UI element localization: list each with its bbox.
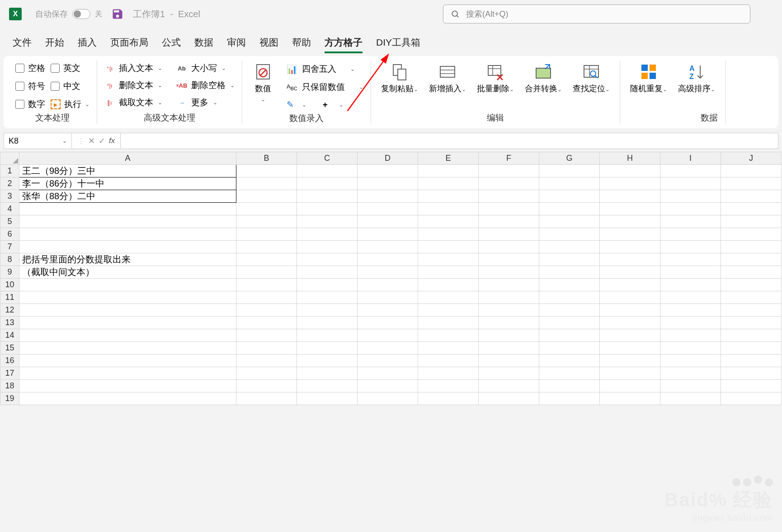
- cell[interactable]: [297, 241, 358, 253]
- cell[interactable]: [539, 241, 600, 253]
- cell[interactable]: [600, 177, 660, 190]
- cell[interactable]: [600, 266, 660, 279]
- tab-review[interactable]: 审阅: [227, 36, 246, 53]
- cell[interactable]: [297, 190, 358, 203]
- cell[interactable]: [358, 215, 418, 228]
- cell[interactable]: [19, 392, 236, 405]
- cell[interactable]: [721, 241, 782, 253]
- cell[interactable]: [600, 241, 660, 253]
- cell[interactable]: [358, 266, 418, 279]
- cell[interactable]: [479, 215, 539, 228]
- cell[interactable]: [721, 291, 782, 304]
- cell[interactable]: [721, 165, 782, 177]
- cell[interactable]: [539, 355, 600, 367]
- cell[interactable]: [721, 367, 782, 380]
- btn-batch-delete[interactable]: 批量删除⌄: [474, 61, 517, 96]
- tab-insert[interactable]: 插入: [78, 36, 97, 53]
- row-header[interactable]: 18: [0, 380, 19, 392]
- cell[interactable]: [418, 203, 479, 215]
- cell[interactable]: [358, 279, 418, 291]
- cell[interactable]: [297, 342, 358, 355]
- cell[interactable]: [721, 279, 782, 291]
- cmd-more[interactable]: →更多⌄: [177, 97, 235, 108]
- cell[interactable]: [358, 291, 418, 304]
- row-header[interactable]: 5: [0, 215, 19, 228]
- cell[interactable]: [418, 392, 479, 405]
- tab-formulas[interactable]: 公式: [162, 36, 181, 53]
- cell[interactable]: [297, 279, 358, 291]
- cell[interactable]: [660, 329, 721, 342]
- cell[interactable]: [660, 266, 721, 279]
- btn-new-insert[interactable]: 新增插入⌄: [426, 61, 469, 96]
- cell[interactable]: [297, 367, 358, 380]
- cell[interactable]: [418, 342, 479, 355]
- cell[interactable]: [539, 190, 600, 203]
- cell[interactable]: [721, 203, 782, 215]
- cell[interactable]: [479, 291, 539, 304]
- tab-home[interactable]: 开始: [45, 36, 64, 53]
- cell[interactable]: [418, 304, 479, 317]
- cell[interactable]: [479, 304, 539, 317]
- cell[interactable]: [660, 380, 721, 392]
- cell[interactable]: [660, 215, 721, 228]
- cell[interactable]: [479, 266, 539, 279]
- cell[interactable]: [236, 355, 297, 367]
- cell[interactable]: [418, 177, 479, 190]
- save-icon[interactable]: [111, 8, 124, 20]
- cell[interactable]: [660, 304, 721, 317]
- row-header[interactable]: 6: [0, 228, 19, 241]
- cell[interactable]: 李一（86分）十一中: [19, 177, 236, 190]
- cell[interactable]: 张华（88分）二中: [19, 190, 236, 203]
- chk-space[interactable]: 空格: [15, 62, 45, 74]
- cell[interactable]: [236, 203, 297, 215]
- tab-data[interactable]: 数据: [194, 36, 213, 53]
- cell[interactable]: [600, 279, 660, 291]
- col-header-A[interactable]: A: [19, 152, 236, 165]
- cell[interactable]: [358, 203, 418, 215]
- cell[interactable]: [418, 329, 479, 342]
- cell[interactable]: [539, 279, 600, 291]
- cell[interactable]: [721, 266, 782, 279]
- row-header[interactable]: 14: [0, 329, 19, 342]
- col-header-B[interactable]: B: [236, 152, 297, 165]
- cell[interactable]: [19, 241, 236, 253]
- cell[interactable]: [418, 190, 479, 203]
- cell[interactable]: [19, 367, 236, 380]
- cell[interactable]: [479, 228, 539, 241]
- cell[interactable]: [358, 228, 418, 241]
- row-header[interactable]: 11: [0, 291, 19, 304]
- cell[interactable]: [721, 190, 782, 203]
- cell[interactable]: [660, 177, 721, 190]
- cell[interactable]: [19, 203, 236, 215]
- cancel-icon[interactable]: ✕: [88, 136, 95, 146]
- cell[interactable]: [660, 165, 721, 177]
- cell[interactable]: [19, 291, 236, 304]
- cell[interactable]: [358, 304, 418, 317]
- row-header[interactable]: 15: [0, 342, 19, 355]
- cell[interactable]: [600, 380, 660, 392]
- row-header[interactable]: 16: [0, 355, 19, 367]
- cell[interactable]: [479, 165, 539, 177]
- row-header[interactable]: 13: [0, 317, 19, 329]
- cell[interactable]: [358, 241, 418, 253]
- cell[interactable]: [19, 380, 236, 392]
- cell[interactable]: [19, 279, 236, 291]
- tab-ffgz[interactable]: 方方格子: [325, 36, 363, 53]
- btn-execute[interactable]: ▸执行⌄: [51, 98, 90, 110]
- col-header-E[interactable]: E: [418, 152, 479, 165]
- cmd-keep-num[interactable]: ABC只保留数值 ⌄: [287, 80, 363, 94]
- cell[interactable]: [418, 317, 479, 329]
- cell[interactable]: [539, 342, 600, 355]
- cell[interactable]: [600, 367, 660, 380]
- cell[interactable]: [297, 392, 358, 405]
- tab-diy[interactable]: DIY工具箱: [376, 36, 420, 53]
- cell[interactable]: [721, 342, 782, 355]
- cell[interactable]: [660, 228, 721, 241]
- cell[interactable]: [479, 253, 539, 266]
- cell[interactable]: [236, 266, 297, 279]
- cell[interactable]: [236, 291, 297, 304]
- tab-view[interactable]: 视图: [259, 36, 278, 53]
- cell[interactable]: [236, 380, 297, 392]
- col-header-C[interactable]: C: [297, 152, 358, 165]
- cmd-del-space[interactable]: ×AB删除空格⌄: [177, 79, 235, 91]
